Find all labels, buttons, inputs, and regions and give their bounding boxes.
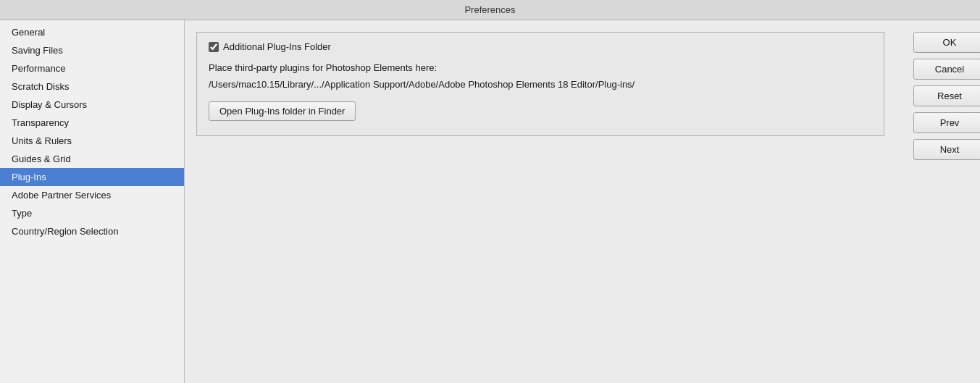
sidebar-item-type[interactable]: Type <box>0 204 184 222</box>
window-content: GeneralSaving FilesPerformanceScratch Di… <box>0 20 980 383</box>
additional-folder-row: Additional Plug-Ins Folder <box>209 41 872 52</box>
sidebar-item-performance[interactable]: Performance <box>0 59 184 77</box>
sidebar-item-display-cursors[interactable]: Display & Cursors <box>0 96 184 114</box>
main-content: Additional Plug-Ins Folder Place third-p… <box>185 20 908 148</box>
sidebar-item-country-region[interactable]: Country/Region Selection <box>0 222 184 240</box>
sidebar-item-scratch-disks[interactable]: Scratch Disks <box>0 77 184 96</box>
plugin-description: Place third-party plugins for Photoshop … <box>209 62 872 73</box>
sidebar-item-saving-files[interactable]: Saving Files <box>0 41 184 59</box>
action-buttons: OK Cancel Reset Prev Next <box>908 20 980 172</box>
sidebar-item-general[interactable]: General <box>0 23 184 41</box>
title-bar: Preferences <box>0 0 980 20</box>
ok-button[interactable]: OK <box>913 32 980 53</box>
next-button[interactable]: Next <box>913 139 980 160</box>
preferences-window: Preferences GeneralSaving FilesPerforman… <box>0 0 980 383</box>
cancel-button[interactable]: Cancel <box>913 59 980 80</box>
sidebar: GeneralSaving FilesPerformanceScratch Di… <box>0 20 185 383</box>
sidebar-item-transparency[interactable]: Transparency <box>0 114 184 132</box>
content-area: Additional Plug-Ins Folder Place third-p… <box>185 20 980 383</box>
open-folder-button[interactable]: Open Plug-Ins folder in Finder <box>209 101 356 121</box>
reset-button[interactable]: Reset <box>913 85 980 106</box>
plugin-path: /Users/mac10.15/Library/.../Application … <box>209 79 872 90</box>
window-title: Preferences <box>464 4 515 15</box>
additional-folder-checkbox[interactable] <box>209 42 219 52</box>
prev-button[interactable]: Prev <box>913 112 980 133</box>
sidebar-item-adobe-partner[interactable]: Adobe Partner Services <box>0 186 184 204</box>
additional-folder-label[interactable]: Additional Plug-Ins Folder <box>223 41 331 52</box>
sidebar-item-plug-ins[interactable]: Plug-Ins <box>0 168 184 186</box>
sidebar-item-units-rulers[interactable]: Units & Rulers <box>0 132 184 150</box>
sidebar-item-guides-grid[interactable]: Guides & Grid <box>0 150 184 168</box>
plug-ins-panel: Additional Plug-Ins Folder Place third-p… <box>196 32 884 136</box>
